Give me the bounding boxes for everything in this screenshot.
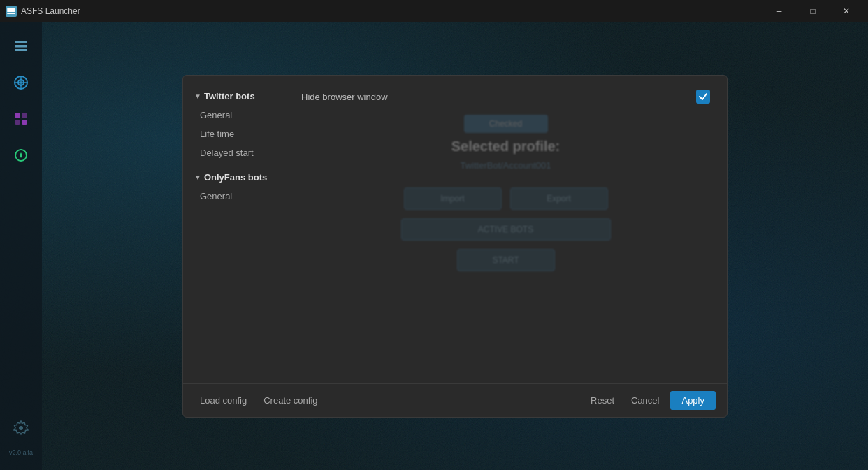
import-export-row: Import Export — [301, 187, 710, 210]
checked-button: Checked — [464, 115, 548, 133]
nav-item-twitter-lifetime[interactable]: Life time — [183, 124, 284, 143]
blurred-profile-content: Checked Selected profile: TwitterBot/Acc… — [301, 115, 710, 271]
dialog-body: ▼ Twitter bots General Life time Delayed… — [183, 76, 727, 383]
reset-button[interactable]: Reset — [585, 391, 620, 410]
titlebar: ASFS Launcher – □ ✕ — [0, 0, 868, 22]
svg-rect-11 — [22, 113, 27, 118]
dash-icon — [13, 111, 29, 127]
svg-rect-10 — [15, 113, 20, 118]
cancel-button[interactable]: Cancel — [625, 391, 665, 410]
settings-icon — [13, 420, 29, 436]
load-config-button[interactable]: Load config — [194, 392, 252, 408]
settings-dialog: ▼ Twitter bots General Life time Delayed… — [182, 75, 728, 418]
menu-icon — [13, 38, 29, 55]
restore-button[interactable]: □ — [797, 0, 829, 22]
svg-rect-13 — [22, 120, 27, 125]
svg-rect-2 — [7, 13, 15, 14]
onlyfans-chevron-icon: ▼ — [194, 173, 201, 181]
svg-rect-4 — [15, 45, 27, 48]
sidebar-item-settings[interactable] — [6, 413, 36, 443]
hide-browser-row: Hide browser window — [301, 90, 710, 104]
nav-section-twitter[interactable]: ▼ Twitter bots — [183, 87, 284, 106]
version-label: v2.0 alfa — [9, 449, 33, 456]
profile-section: Checked Selected profile: TwitterBot/Acc… — [301, 115, 710, 171]
hide-browser-label: Hide browser window — [301, 92, 388, 102]
sidebar: v2.0 alfa — [0, 22, 42, 470]
svg-rect-3 — [15, 41, 27, 43]
checkmark-icon — [698, 92, 708, 101]
svg-point-15 — [19, 426, 23, 430]
nav-item-onlyfans-general[interactable]: General — [183, 187, 284, 206]
nav-panel: ▼ Twitter bots General Life time Delayed… — [183, 76, 284, 383]
apply-button[interactable]: Apply — [670, 391, 716, 410]
main-area: ▼ Twitter bots General Life time Delayed… — [42, 22, 868, 470]
sidebar-item-dash[interactable] — [6, 104, 36, 134]
onlyfans-section-label: OnlyFans bots — [204, 172, 267, 183]
minimize-button[interactable]: – — [763, 0, 795, 22]
hide-browser-checkbox[interactable] — [696, 90, 710, 104]
svg-rect-0 — [7, 8, 15, 10]
create-config-button[interactable]: Create config — [258, 392, 323, 408]
dialog-footer: Load config Create config Reset Cancel A… — [183, 383, 727, 417]
profile-subtitle: TwitterBot/Account001 — [460, 160, 551, 171]
browser-icon — [13, 74, 29, 91]
nav-item-twitter-general[interactable]: General — [183, 106, 284, 124]
footer-right: Reset Cancel Apply — [585, 391, 716, 410]
twitter-chevron-icon: ▼ — [194, 92, 201, 100]
sidebar-bottom: v2.0 alfa — [6, 413, 36, 462]
nav-section-onlyfans[interactable]: ▼ OnlyFans bots — [183, 168, 284, 187]
sidebar-item-tune[interactable] — [6, 140, 36, 171]
svg-rect-1 — [7, 10, 15, 12]
export-button: Export — [510, 187, 608, 210]
sidebar-item-menu[interactable] — [6, 31, 36, 62]
profile-title: Selected profile: — [451, 138, 560, 155]
import-button: Import — [404, 187, 502, 210]
app-icon — [6, 6, 17, 17]
close-button[interactable]: ✕ — [830, 0, 862, 22]
sidebar-item-browser[interactable] — [6, 67, 36, 98]
active-bots-button: ACTIVE BOTS — [401, 218, 611, 241]
titlebar-controls: – □ ✕ — [763, 0, 862, 22]
tune-icon — [13, 147, 29, 164]
svg-rect-12 — [15, 120, 20, 125]
titlebar-left: ASFS Launcher — [6, 6, 80, 17]
svg-rect-5 — [15, 49, 27, 51]
nav-item-twitter-delayed[interactable]: Delayed start — [183, 143, 284, 162]
footer-left: Load config Create config — [194, 392, 324, 408]
start-button: START — [457, 249, 555, 271]
app-title: ASFS Launcher — [21, 6, 80, 16]
content-panel: Hide browser window Checked Selected pro… — [284, 76, 727, 383]
twitter-section-label: Twitter bots — [204, 91, 255, 101]
